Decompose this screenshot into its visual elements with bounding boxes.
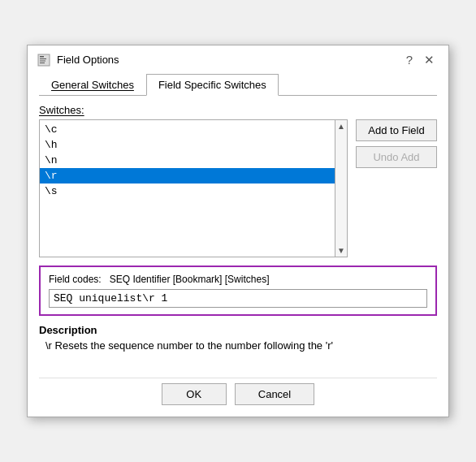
switches-label: Switches: <box>39 104 437 116</box>
list-item[interactable]: \h <box>40 137 347 153</box>
svg-rect-3 <box>40 60 45 61</box>
list-item-selected[interactable]: \r <box>40 168 347 184</box>
description-text: \r Resets the sequence number to the num… <box>39 339 437 352</box>
field-codes-static-label: Field codes: <box>49 274 102 285</box>
action-buttons-panel: Add to Field Undo Add <box>356 119 437 257</box>
add-to-field-button[interactable]: Add to Field <box>356 119 437 141</box>
field-codes-label: Field codes: SEQ Identifier [Bookmark] [… <box>49 274 427 285</box>
switches-list[interactable]: \c \h \n \r \s <box>39 119 348 257</box>
dialog-container: Field Options ? ✕ General Switches Field… <box>27 45 449 417</box>
switches-list-container: \c \h \n \r \s ▲ ▼ <box>39 119 348 257</box>
help-button[interactable]: ? <box>402 52 417 67</box>
field-codes-section: Field codes: SEQ Identifier [Bookmark] [… <box>39 266 437 316</box>
scroll-up-arrow[interactable]: ▲ <box>335 122 347 131</box>
tabs-container: General Switches Field Specific Switches <box>39 74 437 96</box>
tab-general-switches[interactable]: General Switches <box>39 74 146 96</box>
dialog-content: General Switches Field Specific Switches… <box>28 67 448 417</box>
list-item[interactable]: \n <box>40 153 347 168</box>
dialog-icon <box>37 54 50 67</box>
main-area: \c \h \n \r \s ▲ ▼ Add to Field Undo Add <box>39 119 437 257</box>
svg-rect-2 <box>40 58 46 59</box>
title-bar: Field Options ? ✕ <box>28 45 448 67</box>
svg-rect-1 <box>40 56 44 58</box>
close-button[interactable]: ✕ <box>420 52 439 67</box>
svg-rect-4 <box>40 63 45 63</box>
description-label: Description <box>39 324 437 336</box>
list-item[interactable]: \c <box>40 122 347 137</box>
description-section: Description \r Resets the sequence numbe… <box>39 324 437 365</box>
scroll-down-arrow[interactable]: ▼ <box>335 246 347 255</box>
dialog-title: Field Options <box>57 54 119 66</box>
footer: OK Cancel <box>39 378 437 405</box>
scrollbar[interactable]: ▲ ▼ <box>335 119 348 257</box>
cancel-button[interactable]: Cancel <box>235 383 314 405</box>
title-controls: ? ✕ <box>402 52 439 67</box>
undo-add-button[interactable]: Undo Add <box>356 146 437 168</box>
list-item[interactable]: \s <box>40 184 347 199</box>
field-codes-hint: SEQ Identifier [Bookmark] [Switches] <box>110 274 270 285</box>
tab-field-specific-switches[interactable]: Field Specific Switches <box>146 74 279 96</box>
title-bar-left: Field Options <box>37 54 119 67</box>
field-codes-input[interactable] <box>49 289 427 308</box>
ok-button[interactable]: OK <box>162 383 227 405</box>
